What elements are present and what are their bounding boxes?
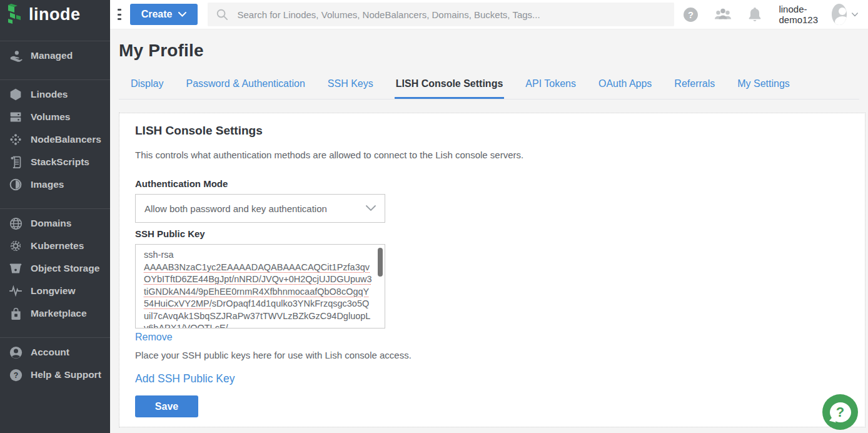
speech-bubble-question-icon: ? — [830, 402, 851, 422]
search-input[interactable] — [237, 9, 665, 20]
longview-icon — [8, 285, 23, 297]
tab-lish-console-settings[interactable]: LISH Console Settings — [395, 71, 505, 99]
sidebar-item-label: Account — [31, 347, 69, 358]
chevron-down-icon — [852, 12, 858, 18]
linode-logo-icon — [6, 4, 24, 26]
profile-tabs: Display Password & Authentication SSH Ke… — [119, 71, 859, 99]
object-storage-icon — [8, 262, 23, 275]
auth-mode-select[interactable]: Allow both password and key authenticati… — [135, 194, 385, 223]
sidebar-item-label: Images — [31, 179, 64, 190]
help-icon: ? — [8, 369, 23, 382]
sidebar-item-object-storage[interactable]: Object Storage — [0, 257, 110, 280]
topbar: Create ? linode-demo123 — [110, 0, 868, 29]
sidebar-item-label: Domains — [31, 218, 71, 229]
menu-toggle-icon[interactable] — [118, 9, 121, 20]
account-icon — [8, 346, 23, 359]
marketplace-icon — [8, 307, 23, 320]
help-circle-icon[interactable]: ? — [683, 7, 699, 23]
sidebar-item-longview[interactable]: Longview — [0, 280, 110, 302]
notifications-bell-icon[interactable] — [747, 6, 762, 23]
tab-api-tokens[interactable]: API Tokens — [524, 71, 577, 99]
auth-mode-value: Allow both password and key authenticati… — [144, 203, 366, 214]
managed-icon — [8, 49, 23, 63]
images-icon — [8, 178, 23, 191]
sidebar-item-managed[interactable]: Managed — [0, 44, 110, 67]
linode-logo-text: linode — [29, 5, 81, 24]
main-content: My Profile Display Password & Authentica… — [110, 29, 868, 433]
sidebar-item-label: Linodes — [31, 89, 68, 100]
volumes-icon — [8, 111, 23, 123]
sidebar-item-label: Volumes — [31, 111, 70, 123]
avatar — [832, 4, 847, 25]
user-menu[interactable]: linode-demo123 — [779, 4, 858, 25]
chevron-down-icon — [178, 12, 186, 17]
tab-password-authentication[interactable]: Password & Authentication — [184, 71, 306, 99]
sidebar-item-stackscripts[interactable]: StackScripts — [0, 151, 110, 173]
sidebar-item-account[interactable]: Account — [0, 341, 110, 364]
tab-my-settings[interactable]: My Settings — [736, 71, 791, 99]
tab-display[interactable]: Display — [129, 71, 164, 99]
add-ssh-key-link[interactable]: Add SSH Public Key — [135, 372, 235, 385]
nodebalancers-icon — [8, 133, 23, 146]
ssh-key-textarea[interactable]: ssh-rsaAAAAB3NzaC1yc2EAAAADAQABAAACAQCit… — [135, 244, 385, 329]
sidebar-item-help-support[interactable]: ? Help & Support — [0, 364, 110, 386]
sidebar-item-label: Object Storage — [31, 263, 99, 274]
username: linode-demo123 — [779, 4, 826, 25]
sidebar-item-label: StackScripts — [31, 156, 89, 168]
chevron-down-icon — [366, 205, 376, 211]
sidebar-item-marketplace[interactable]: Marketplace — [0, 302, 110, 325]
sidebar-item-nodebalancers[interactable]: NodeBalancers — [0, 128, 110, 151]
remove-key-link[interactable]: Remove — [135, 332, 173, 343]
create-button[interactable]: Create — [130, 4, 198, 25]
search-bar[interactable] — [208, 3, 674, 26]
sidebar-item-linodes[interactable]: Linodes — [0, 83, 110, 106]
card-description: This controls what authentication method… — [135, 150, 850, 160]
tab-oauth-apps[interactable]: OAuth Apps — [597, 71, 653, 99]
card-title: LISH Console Settings — [135, 124, 850, 138]
sidebar-item-label: Kubernetes — [31, 240, 84, 252]
sidebar-group-account: Account ? Help & Support — [0, 337, 110, 399]
domains-icon — [8, 217, 23, 230]
linodes-icon — [8, 88, 23, 101]
svg-text:?: ? — [689, 9, 694, 19]
sidebar-group-managed: Managed — [0, 41, 110, 79]
linode-logo[interactable]: linode — [0, 0, 110, 29]
ssh-key-prefix: ssh-rsa — [144, 249, 373, 262]
sidebar: linode Managed Linodes Volumes — [0, 0, 110, 433]
sidebar-group-compute: Linodes Volumes NodeBalancers StackScrip… — [0, 79, 110, 208]
sidebar-item-domains[interactable]: Domains — [0, 212, 110, 235]
sidebar-item-label: Marketplace — [31, 308, 87, 319]
sidebar-item-label: NodeBalancers — [31, 134, 101, 145]
sidebar-item-label: Longview — [31, 285, 75, 297]
stackscripts-icon — [8, 155, 23, 169]
sidebar-item-images[interactable]: Images — [0, 173, 110, 196]
sidebar-item-volumes[interactable]: Volumes — [0, 106, 110, 128]
ssh-key-helper-text: Place your SSH public keys here for use … — [135, 350, 850, 360]
tab-ssh-keys[interactable]: SSH Keys — [326, 71, 375, 99]
create-button-label: Create — [141, 9, 173, 20]
search-icon — [216, 9, 228, 21]
save-button[interactable]: Save — [135, 395, 198, 417]
page-title: My Profile — [119, 41, 859, 61]
kubernetes-icon — [8, 240, 23, 252]
sidebar-item-label: Managed — [31, 50, 73, 61]
sidebar-group-services: Domains Kubernetes Object Storage Longvi… — [0, 208, 110, 337]
scrollbar-thumb[interactable] — [378, 248, 383, 277]
community-icon[interactable] — [714, 7, 732, 22]
sidebar-item-label: Help & Support — [31, 369, 101, 380]
lish-settings-card: LISH Console Settings This controls what… — [119, 113, 865, 427]
auth-mode-label: Authentication Mode — [135, 178, 850, 189]
svg-text:?: ? — [13, 370, 18, 379]
sidebar-item-kubernetes[interactable]: Kubernetes — [0, 235, 110, 257]
ssh-key-label: SSH Public Key — [135, 228, 850, 239]
tab-referrals[interactable]: Referrals — [673, 71, 716, 99]
support-fab-button[interactable]: ? — [822, 394, 858, 430]
